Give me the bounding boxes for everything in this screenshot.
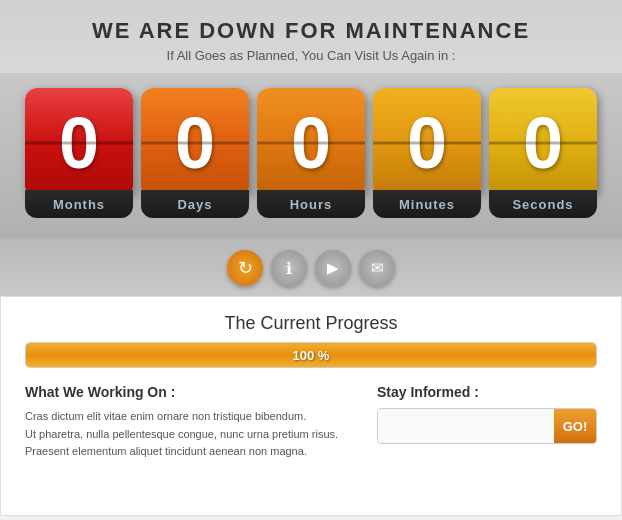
info-icon: ℹ — [286, 259, 292, 278]
card-seconds: 0 Seconds — [489, 88, 597, 218]
stay-informed-panel: Stay Informed : GO! — [377, 384, 597, 461]
card-hours: 0 Hours — [257, 88, 365, 218]
card-divider — [25, 142, 133, 145]
info-button[interactable]: ℹ — [271, 250, 307, 286]
refresh-button[interactable]: ↻ — [227, 250, 263, 286]
go-button[interactable]: GO! — [554, 409, 596, 443]
page-title: WE ARE DOWN FOR MAINTENANCE — [10, 18, 612, 44]
email-input-row: GO! — [377, 408, 597, 444]
working-on-line2: Ut pharetra, nulla pellentesque congue, … — [25, 426, 357, 444]
countdown-boxes: 0 Months 0 Days 0 — [10, 88, 612, 218]
progress-label: 100 % — [293, 348, 330, 363]
card-minutes: 0 Minutes — [373, 88, 481, 218]
progress-section: The Current Progress 100 % — [25, 313, 597, 368]
progress-bar-fill: 100 % — [26, 343, 596, 367]
working-on-line3: Praesent elementum aliquet tincidunt aen… — [25, 443, 357, 461]
card-months: 0 Months — [25, 88, 133, 218]
progress-title: The Current Progress — [25, 313, 597, 334]
working-on-panel: What We Working On : Cras dictum elit vi… — [25, 384, 357, 461]
email-field[interactable] — [378, 409, 554, 443]
subtitle-text: If All Goes as Planned, You Can Visit Us… — [10, 48, 612, 63]
mail-button[interactable]: ✉ — [359, 250, 395, 286]
bird-icon: ▶ — [327, 259, 339, 277]
refresh-icon: ↻ — [238, 257, 253, 279]
card-days: 0 Days — [141, 88, 249, 218]
seconds-label: Seconds — [512, 197, 573, 212]
working-on-title: What We Working On : — [25, 384, 357, 400]
months-label: Months — [53, 197, 105, 212]
header-section: WE ARE DOWN FOR MAINTENANCE If All Goes … — [0, 0, 622, 73]
mail-icon: ✉ — [371, 259, 384, 277]
bottom-section: What We Working On : Cras dictum elit vi… — [25, 384, 597, 461]
stay-informed-title: Stay Informed : — [377, 384, 597, 400]
bird-button[interactable]: ▶ — [315, 250, 351, 286]
card-divider — [489, 142, 597, 145]
countdown-section: 0 Months 0 Days 0 — [0, 73, 622, 238]
card-divider — [141, 142, 249, 145]
nav-icons-bar: ↻ ℹ ▶ ✉ — [0, 238, 622, 296]
card-divider — [257, 142, 365, 145]
minutes-label: Minutes — [399, 197, 455, 212]
hours-label: Hours — [290, 197, 333, 212]
days-label: Days — [177, 197, 212, 212]
progress-bar-wrap: 100 % — [25, 342, 597, 368]
card-divider — [373, 142, 481, 145]
main-content: The Current Progress 100 % What We Worki… — [0, 296, 622, 516]
working-on-line1: Cras dictum elit vitae enim ornare non t… — [25, 408, 357, 426]
